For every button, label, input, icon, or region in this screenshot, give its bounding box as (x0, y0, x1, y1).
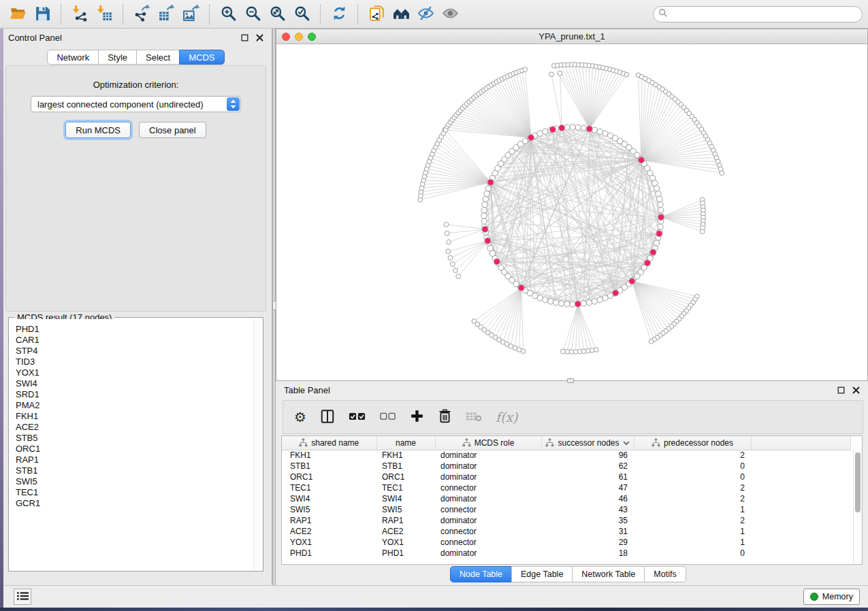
table-settings-button[interactable]: ⚙ (294, 407, 306, 427)
search-field[interactable] (653, 6, 863, 22)
tab-motifs[interactable]: Motifs (644, 566, 686, 582)
column-header-successor-nodes[interactable]: successor nodes (541, 436, 634, 450)
task-history-button[interactable] (14, 589, 31, 605)
hide-selected-button[interactable] (413, 3, 438, 26)
criterion-select[interactable]: largest connected component (undirected) (31, 96, 241, 112)
result-list-item[interactable]: YOX1 (16, 367, 261, 378)
refresh-button[interactable] (327, 3, 351, 26)
add-column-button[interactable] (410, 407, 424, 427)
result-list-item[interactable]: PHD1 (16, 324, 261, 335)
table-row[interactable]: SWI4SWI4dominator462 (282, 493, 851, 504)
deselect-all-rows-button[interactable] (380, 407, 396, 427)
export-image-button[interactable] (178, 3, 203, 26)
tab-select[interactable]: Select (136, 50, 180, 65)
horizontal-splitter-grip[interactable] (567, 378, 574, 383)
delete-table-button[interactable] (466, 407, 482, 427)
float-panel-button[interactable] (239, 32, 250, 43)
table-row[interactable]: PHD1PHD1dominator180 (282, 548, 851, 559)
search-input[interactable] (668, 10, 862, 19)
result-list-item[interactable]: TID3 (16, 357, 261, 367)
result-list-item[interactable]: ORC1 (16, 444, 261, 455)
table-row[interactable]: FKH1FKH1dominator962 (282, 450, 851, 461)
close-panel-button-2[interactable]: Close panel (139, 122, 206, 138)
float-table-panel-button[interactable] (835, 384, 846, 395)
table-cell: connector (435, 537, 541, 548)
result-list-item[interactable]: GCR1 (16, 498, 261, 509)
column-header-name[interactable]: name (376, 436, 435, 450)
table-row[interactable]: SWI5SWI5connector431 (282, 504, 851, 515)
run-mcds-button[interactable]: Run MCDS (65, 122, 131, 138)
network-canvas[interactable] (276, 44, 867, 380)
table-cell: PHD1 (282, 548, 376, 559)
result-list-item[interactable]: SRD1 (16, 389, 261, 400)
table-scrollbar[interactable] (853, 450, 862, 563)
result-list-item[interactable]: STB1 (16, 465, 261, 476)
eye-icon (442, 5, 459, 24)
tab-edge-table[interactable]: Edge Table (511, 566, 573, 582)
close-panel-button[interactable] (254, 32, 265, 43)
network-window-titlebar[interactable]: YPA_prune.txt_1 (276, 29, 867, 44)
close-table-panel-button[interactable] (850, 384, 861, 395)
result-list-item[interactable]: SWI4 (16, 378, 261, 389)
tab-node-table[interactable]: Node Table (450, 566, 512, 582)
desktop-wallpaper-left (0, 29, 3, 608)
table-cell: 2 (634, 450, 751, 461)
tab-network[interactable]: Network (47, 50, 99, 65)
table-row[interactable]: RAP1RAP1dominator352 (282, 515, 851, 526)
table-row[interactable]: ACE2ACE2connector311 (282, 526, 851, 537)
column-header-filler (751, 436, 851, 450)
main-toolbar (0, 0, 868, 29)
table-cell (751, 472, 851, 482)
table-row[interactable]: YOX1YOX1connector291 (282, 537, 851, 548)
function-builder-button[interactable]: f(x) (496, 407, 518, 427)
result-list-item[interactable]: TEC1 (16, 487, 261, 498)
column-header-mcds-role[interactable]: MCDS role (435, 436, 541, 450)
result-list-item[interactable]: STB5 (16, 433, 261, 444)
show-columns-button[interactable] (320, 407, 335, 427)
result-list-item[interactable]: PMA2 (16, 400, 261, 411)
zoom-fit-button[interactable] (265, 3, 289, 26)
result-list-item[interactable]: SWI5 (16, 476, 261, 487)
zoom-in-icon (220, 5, 237, 24)
table-cell: RAP1 (376, 515, 435, 526)
desktop-wallpaper-bottom (0, 608, 868, 611)
result-list-item[interactable]: FKH1 (16, 411, 261, 422)
network-window-title: YPA_prune.txt_1 (276, 31, 867, 42)
open-button[interactable] (5, 3, 30, 26)
result-list-item[interactable]: STP4 (16, 346, 261, 357)
show-all-button[interactable] (438, 3, 462, 26)
export-table-button[interactable] (154, 3, 178, 26)
table-row[interactable]: ORC1ORC1dominator610 (282, 472, 851, 482)
result-list-scrollbar[interactable] (253, 319, 261, 569)
table-scrollbar-thumb[interactable] (855, 452, 861, 512)
tab-style[interactable]: Style (98, 50, 137, 65)
result-list-item[interactable]: CAR1 (16, 335, 261, 346)
trash-icon (438, 409, 452, 425)
table-cell: 62 (541, 461, 634, 472)
zoom-selected-button[interactable] (289, 3, 314, 26)
export-network-button[interactable] (129, 3, 154, 26)
zoom-in-button[interactable] (216, 3, 240, 26)
table-cell: ACE2 (282, 526, 376, 537)
select-all-rows-button[interactable] (349, 407, 366, 427)
column-header-shared-name[interactable]: shared name (282, 436, 376, 450)
tab-network-table[interactable]: Network Table (572, 566, 645, 582)
import-table-button[interactable] (92, 3, 116, 26)
save-button[interactable] (30, 3, 54, 26)
import-network-button[interactable] (67, 3, 92, 26)
delete-column-button[interactable] (438, 407, 452, 427)
memory-button[interactable]: Memory (803, 589, 860, 605)
toolbar-separator (61, 4, 61, 24)
column-header-predecessor-nodes[interactable]: predecessor nodes (634, 436, 751, 450)
table-cell: 2 (634, 515, 751, 526)
zoom-out-button[interactable] (240, 3, 265, 26)
result-list-item[interactable]: ACE2 (16, 422, 261, 433)
mcds-result-list[interactable]: PHD1CAR1STP4TID3YOX1SWI4SRD1PMA2FKH1ACE2… (10, 319, 261, 569)
table-row[interactable]: TEC1TEC1connector472 (282, 482, 851, 493)
result-list-item[interactable]: RAP1 (16, 455, 261, 465)
mcds-result-group: MCDS result (17 nodes) PHD1CAR1STP4TID3Y… (8, 317, 263, 572)
first-neighbors-button[interactable] (389, 3, 413, 26)
table-row[interactable]: STB1STB1dominator620 (282, 461, 851, 472)
tab-mcds[interactable]: MCDS (179, 50, 224, 65)
clone-network-button[interactable] (364, 3, 389, 26)
